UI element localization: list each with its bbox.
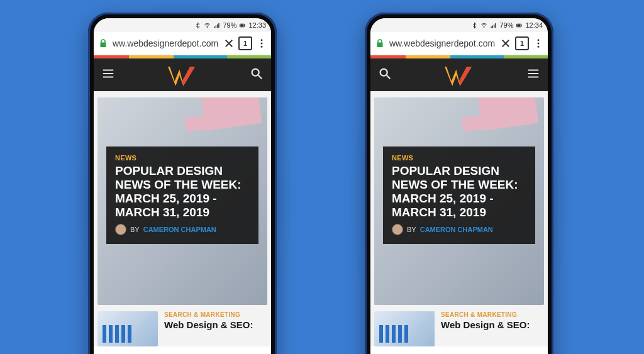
article-byline: BY CAMERON CHAPMAN <box>392 224 526 235</box>
hamburger-icon[interactable] <box>526 67 540 83</box>
phone-mockup-right: 79% 12:34 ww.webdesignerdepot.com 1 <box>365 13 553 354</box>
secondary-article[interactable]: SEARCH & MARKETING Web Design & SEO: <box>97 311 267 346</box>
url-text: ww.webdesignerdepot.com <box>113 38 219 48</box>
svg-point-0 <box>207 26 208 27</box>
lock-icon <box>374 38 386 49</box>
hero-article-card[interactable]: NEWS POPULAR DESIGN NEWS OF THE WEEK: MA… <box>374 97 544 305</box>
screen: 79% 12:33 ww.webdesignerdepot.com 1 <box>94 18 271 354</box>
article-byline: BY CAMERON CHAPMAN <box>115 224 250 235</box>
search-icon[interactable] <box>250 67 264 83</box>
svg-rect-3 <box>245 25 245 26</box>
secondary-title: Web Design & SEO: <box>441 319 530 330</box>
bluetooth-icon <box>194 22 201 29</box>
site-logo[interactable] <box>168 60 197 89</box>
article-title: POPULAR DESIGN NEWS OF THE WEEK: MARCH 2… <box>392 164 526 219</box>
secondary-category: SEARCH & MARKETING <box>164 311 253 318</box>
svg-point-4 <box>261 39 263 41</box>
article-title: POPULAR DESIGN NEWS OF THE WEEK: MARCH 2… <box>115 164 250 219</box>
phone-mockup-left: 79% 12:33 ww.webdesignerdepot.com 1 <box>88 13 277 354</box>
menu-dots-icon[interactable] <box>256 38 267 49</box>
svg-point-7 <box>252 69 259 76</box>
battery-text: 79% <box>223 21 236 29</box>
signal-icon <box>490 22 497 29</box>
svg-rect-2 <box>241 25 244 26</box>
wifi-icon <box>204 22 211 29</box>
author-avatar <box>392 224 403 235</box>
by-label: BY <box>407 226 416 233</box>
by-label: BY <box>130 226 140 233</box>
svg-point-14 <box>538 46 540 48</box>
screen: 79% 12:34 ww.webdesignerdepot.com 1 <box>370 18 548 354</box>
status-bar: 79% 12:33 <box>94 18 271 32</box>
secondary-category: SEARCH & MARKETING <box>441 311 530 318</box>
svg-rect-10 <box>518 25 521 26</box>
site-header <box>94 58 271 91</box>
wifi-icon <box>480 22 487 29</box>
site-header <box>370 58 548 91</box>
article-thumb <box>97 311 158 346</box>
author-name[interactable]: CAMERON CHAPMAN <box>420 226 493 233</box>
bluetooth-icon <box>471 22 478 29</box>
page-content: NEWS POPULAR DESIGN NEWS OF THE WEEK: MA… <box>370 91 548 346</box>
status-bar: 79% 12:34 <box>370 18 548 32</box>
battery-icon <box>516 22 523 29</box>
tab-switcher[interactable]: 1 <box>238 36 252 50</box>
site-logo[interactable] <box>445 60 474 89</box>
hero-overlay: NEWS POPULAR DESIGN NEWS OF THE WEEK: MA… <box>383 147 535 244</box>
tab-switcher[interactable]: 1 <box>515 36 529 50</box>
search-icon[interactable] <box>378 67 392 83</box>
author-name[interactable]: CAMERON CHAPMAN <box>143 226 216 233</box>
status-time: 12:33 <box>248 21 266 29</box>
browser-omnibox[interactable]: ww.webdesignerdepot.com 1 <box>370 32 548 55</box>
svg-point-15 <box>380 69 387 76</box>
author-avatar <box>115 224 126 235</box>
svg-point-8 <box>484 26 484 27</box>
article-thumb <box>374 311 435 346</box>
url-text: ww.webdesignerdepot.com <box>389 38 496 48</box>
secondary-article[interactable]: SEARCH & MARKETING Web Design & SEO: <box>374 311 544 346</box>
article-category: NEWS <box>115 154 250 162</box>
svg-point-13 <box>538 43 540 45</box>
battery-icon <box>239 22 246 29</box>
lock-icon <box>97 38 109 49</box>
status-time: 12:34 <box>525 21 543 29</box>
article-category: NEWS <box>392 154 526 162</box>
signal-icon <box>213 22 220 29</box>
secondary-title: Web Design & SEO: <box>164 319 253 330</box>
browser-omnibox[interactable]: ww.webdesignerdepot.com 1 <box>94 32 271 55</box>
battery-text: 79% <box>499 21 513 29</box>
close-icon[interactable] <box>223 38 235 49</box>
svg-rect-11 <box>521 25 522 26</box>
svg-point-12 <box>538 39 540 41</box>
hero-overlay: NEWS POPULAR DESIGN NEWS OF THE WEEK: MA… <box>106 147 258 244</box>
close-icon[interactable] <box>500 38 511 49</box>
page-content: NEWS POPULAR DESIGN NEWS OF THE WEEK: MA… <box>94 91 271 346</box>
menu-dots-icon[interactable] <box>533 38 544 49</box>
hero-article-card[interactable]: NEWS POPULAR DESIGN NEWS OF THE WEEK: MA… <box>97 97 267 305</box>
hamburger-icon[interactable] <box>101 67 115 83</box>
svg-point-5 <box>261 43 263 45</box>
svg-point-6 <box>261 46 263 48</box>
